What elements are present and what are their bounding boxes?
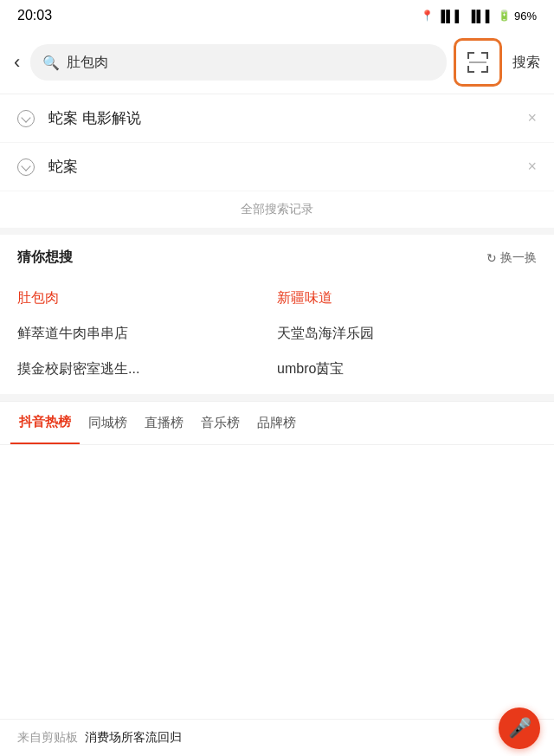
search-input-text: 肚包肉 bbox=[67, 54, 435, 72]
history-list: 蛇案 电影解说 × 蛇案 × bbox=[0, 94, 554, 191]
svg-rect-7 bbox=[486, 66, 488, 73]
guess-item-1[interactable]: 新疆味道 bbox=[277, 281, 537, 316]
svg-rect-5 bbox=[467, 66, 469, 73]
svg-rect-1 bbox=[467, 52, 469, 59]
guess-title: 猜你想搜 bbox=[17, 249, 73, 267]
section-divider-1 bbox=[0, 228, 554, 235]
scan-icon bbox=[464, 48, 492, 76]
location-icon: 📍 bbox=[421, 10, 434, 22]
refresh-button[interactable]: ↻ 换一换 bbox=[486, 250, 537, 266]
hot-tab-1[interactable]: 同城榜 bbox=[80, 403, 136, 443]
guess-item-2[interactable]: 鲜萃道牛肉串串店 bbox=[17, 316, 277, 352]
svg-rect-8 bbox=[469, 61, 486, 63]
section-divider-2 bbox=[0, 394, 554, 401]
clipboard-bar: 来自剪贴板 消费场所客流回归 bbox=[0, 719, 554, 756]
guess-header: 猜你想搜 ↻ 换一换 bbox=[17, 249, 537, 267]
hot-tabs-row: 抖音热榜 同城榜 直播榜 音乐榜 品牌榜 bbox=[0, 401, 554, 445]
search-icon: 🔍 bbox=[42, 55, 60, 71]
clipboard-text[interactable]: 消费场所客流回归 bbox=[85, 730, 182, 746]
history-text-1: 蛇案 bbox=[48, 157, 527, 177]
scan-button[interactable] bbox=[454, 38, 502, 87]
guess-section: 猜你想搜 ↻ 换一换 肚包肉 新疆味道 鲜萃道牛肉串串店 天堂岛海洋乐园 摸金校… bbox=[0, 235, 554, 394]
hot-tab-4[interactable]: 品牌榜 bbox=[248, 403, 305, 443]
status-time: 20:03 bbox=[17, 8, 52, 23]
signal-icons: ▐▌▌ ▐▌▌ bbox=[437, 10, 494, 23]
clipboard-prefix: 来自剪贴板 bbox=[17, 730, 78, 746]
status-icons: 📍 ▐▌▌ ▐▌▌ 🔋 96% bbox=[421, 10, 537, 23]
guess-item-4[interactable]: 摸金校尉密室逃生... bbox=[17, 352, 277, 387]
refresh-label: 换一换 bbox=[500, 250, 537, 266]
history-close-0[interactable]: × bbox=[527, 109, 537, 127]
back-button[interactable]: ‹ bbox=[10, 48, 23, 77]
mic-button[interactable]: 🎤 bbox=[499, 708, 540, 749]
search-bar-row: ‹ 🔍 肚包肉 搜索 bbox=[0, 31, 554, 94]
guess-grid: 肚包肉 新疆味道 鲜萃道牛肉串串店 天堂岛海洋乐园 摸金校尉密室逃生... um… bbox=[17, 281, 537, 387]
history-close-1[interactable]: × bbox=[527, 158, 537, 176]
guess-item-5[interactable]: umbro茵宝 bbox=[277, 352, 537, 387]
all-history-link[interactable]: 全部搜索记录 bbox=[0, 191, 554, 228]
history-clock-icon-1 bbox=[17, 158, 35, 176]
guess-item-3[interactable]: 天堂岛海洋乐园 bbox=[277, 316, 537, 352]
hot-tab-2[interactable]: 直播榜 bbox=[136, 403, 192, 443]
history-clock-icon-0 bbox=[17, 110, 35, 127]
mic-icon: 🎤 bbox=[508, 717, 531, 740]
search-button[interactable]: 搜索 bbox=[509, 54, 544, 72]
history-text-0: 蛇案 电影解说 bbox=[48, 108, 527, 128]
battery-percent: 96% bbox=[514, 10, 537, 23]
status-bar: 20:03 📍 ▐▌▌ ▐▌▌ 🔋 96% bbox=[0, 0, 554, 31]
battery-icon: 🔋 bbox=[498, 10, 511, 22]
svg-rect-3 bbox=[486, 52, 488, 59]
search-input-wrap[interactable]: 🔍 肚包肉 bbox=[30, 44, 447, 81]
history-item-0[interactable]: 蛇案 电影解说 × bbox=[0, 94, 554, 143]
hot-tab-3[interactable]: 音乐榜 bbox=[192, 403, 248, 443]
hot-tab-0[interactable]: 抖音热榜 bbox=[10, 402, 80, 444]
guess-item-0[interactable]: 肚包肉 bbox=[17, 281, 277, 316]
history-item-1[interactable]: 蛇案 × bbox=[0, 143, 554, 191]
refresh-icon: ↻ bbox=[486, 251, 497, 265]
